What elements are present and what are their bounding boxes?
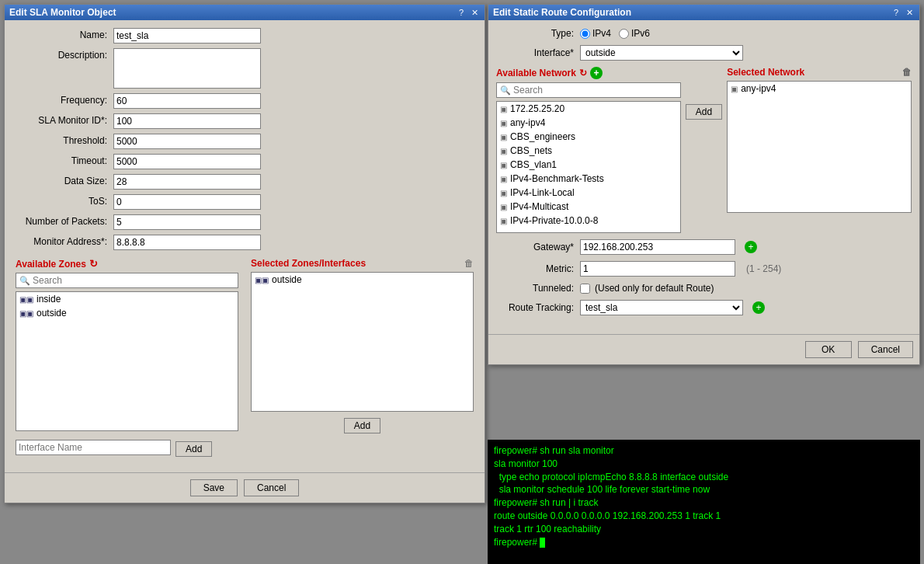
numpackets-row: Number of Packets: (12, 214, 477, 230)
network-add-button[interactable]: Add (686, 104, 722, 120)
save-button[interactable]: Save (190, 479, 238, 496)
net-label-7: IPv4-Multicast (510, 201, 568, 212)
zones-add-button[interactable]: Add (344, 418, 380, 433)
selected-network-trash-icon[interactable]: 🗑 (902, 67, 912, 78)
selected-network-title-row: Selected Network 🗑 (727, 67, 912, 78)
ipv4-radio-label[interactable]: IPv4 (580, 28, 611, 39)
threshold-row: Threshold: (12, 134, 477, 149)
net-label-2: CBS_engineers (510, 131, 575, 142)
sla-dialog-actions: ? ✕ (457, 8, 480, 18)
selected-zones-trash-icon[interactable]: 🗑 (464, 258, 474, 269)
sla-help-button[interactable]: ? (457, 8, 465, 18)
network-search-icon: 🔍 (500, 85, 511, 96)
sr-dialog-title: Edit Static Route Configuration (493, 7, 631, 18)
net-item-7[interactable]: ▣ IPv4-Multicast (497, 200, 680, 214)
gateway-input[interactable] (580, 239, 735, 255)
net-item-6[interactable]: ▣ IPv4-Link-Local (497, 186, 680, 200)
net-item-4[interactable]: ▣ CBS_vlan1 (497, 158, 680, 172)
route-tracking-select[interactable]: test_sla (580, 300, 743, 315)
net-icon-0: ▣ (500, 105, 507, 113)
terminal-panel: firepower# sh run sla monitor sla monito… (488, 440, 920, 564)
net-item-0[interactable]: ▣ 172.25.25.20 (497, 102, 680, 116)
sr-help-button[interactable]: ? (892, 8, 900, 18)
ipv6-label: IPv6 (631, 28, 650, 39)
frequency-input[interactable] (113, 93, 261, 109)
interface-select[interactable]: outside (580, 45, 743, 61)
sla-id-label: SLA Monitor ID*: (12, 113, 113, 126)
gateway-label: Gateway* (496, 242, 574, 252)
threshold-input[interactable] (113, 134, 261, 149)
sr-close-button[interactable]: ✕ (905, 8, 915, 18)
zone-outside-label: outside (36, 308, 67, 319)
route-tracking-plus-icon[interactable]: + (752, 301, 765, 314)
tunneled-checkbox[interactable] (580, 284, 590, 294)
selected-zone-outside[interactable]: ▣▣ outside (252, 273, 473, 287)
zone-item-inside[interactable]: ▣▣ inside (16, 292, 238, 306)
net-label-6: IPv4-Link-Local (510, 187, 575, 198)
network-add-icon[interactable]: + (590, 67, 603, 79)
name-input[interactable] (113, 28, 261, 44)
selected-zones-title: Selected Zones/Interfaces (251, 258, 366, 269)
net-item-3[interactable]: ▣ CBS_nets (497, 144, 680, 158)
tunneled-label: Tunneled: (496, 283, 574, 294)
numpackets-input[interactable] (113, 214, 261, 230)
net-item-2[interactable]: ▣ CBS_engineers (497, 130, 680, 144)
sla-dialog-footer: Save Cancel (5, 472, 485, 503)
gateway-plus-icon[interactable]: + (745, 241, 757, 253)
monitoraddress-input[interactable] (113, 235, 261, 250)
net-icon-6: ▣ (500, 189, 507, 197)
selected-zone-outside-label: outside (272, 274, 302, 285)
sr-dialog-actions: ? ✕ (892, 8, 915, 18)
zone-outside-icon: ▣▣ (19, 309, 33, 318)
zone-item-outside[interactable]: ▣▣ outside (16, 306, 238, 320)
interface-name-input[interactable] (16, 440, 171, 455)
available-zones-refresh-icon[interactable]: ↻ (89, 258, 98, 270)
net-item-5[interactable]: ▣ IPv4-Benchmark-Tests (497, 172, 680, 186)
sla-dialog-title: Edit SLA Monitor Object (9, 7, 116, 18)
metric-input[interactable] (580, 261, 735, 277)
tos-row: ToS: (12, 194, 477, 210)
sla-id-input[interactable] (113, 113, 261, 129)
ok-button[interactable]: OK (805, 341, 852, 358)
cancel-button[interactable]: Cancel (244, 479, 299, 496)
gateway-row: Gateway* + (496, 239, 912, 255)
selected-net-item-0[interactable]: ▣ any-ipv4 (728, 82, 911, 96)
ipv6-radio-label[interactable]: IPv6 (619, 28, 650, 39)
net-item-1[interactable]: ▣ any-ipv4 (497, 116, 680, 130)
net-item-8[interactable]: ▣ IPv4-Private-10.0.0-8 (497, 214, 680, 228)
timeout-input[interactable] (113, 154, 261, 169)
sla-close-button[interactable]: ✕ (470, 8, 480, 18)
network-search-box[interactable]: 🔍 (496, 82, 681, 98)
available-zones-search-input[interactable] (33, 275, 234, 286)
sla-dialog-content: Name: Description: Frequency: SLA Monito… (5, 20, 485, 469)
description-input[interactable] (113, 48, 261, 89)
tos-input[interactable] (113, 194, 261, 210)
available-network-panel: Available Network ↻ + 🔍 ▣ 172.25.25.20 ▣ (496, 67, 681, 233)
datasize-input[interactable] (113, 174, 261, 190)
sr-cancel-button[interactable]: Cancel (858, 341, 913, 358)
sla-monitor-dialog: Edit SLA Monitor Object ? ✕ Name: Descri… (4, 4, 485, 503)
ipv4-radio[interactable] (580, 29, 590, 39)
selected-zones-panel: Selected Zones/Interfaces 🗑 ▣▣ outside A… (251, 258, 474, 433)
network-search-input[interactable] (513, 85, 677, 96)
terminal-line-2: type echo protocol ipIcmpEcho 8.8.8.8 in… (494, 471, 914, 484)
terminal-cursor (540, 538, 545, 548)
monitoraddress-row: Monitor Address*: (12, 235, 477, 250)
description-label: Description: (12, 48, 113, 61)
timeout-label: Timeout: (12, 154, 113, 166)
net-icon-7: ▣ (500, 203, 507, 211)
terminal-line-5: route outside 0.0.0.0 0.0.0.0 192.168.20… (494, 510, 914, 523)
available-zones-search-box[interactable]: 🔍 (16, 273, 238, 288)
datasize-row: Data Size: (12, 174, 477, 190)
net-icon-8: ▣ (500, 217, 507, 225)
terminal-line-3: sla monitor schedule 100 life forever st… (494, 483, 914, 496)
interface-label: Interface* (496, 47, 574, 58)
net-icon-1: ▣ (500, 119, 507, 127)
interface-add-button[interactable]: Add (175, 441, 212, 457)
terminal-line-0: firepower# sh run sla monitor (494, 444, 914, 458)
metric-label: Metric: (496, 263, 574, 274)
network-refresh-icon[interactable]: ↻ (579, 68, 587, 78)
ipv6-radio[interactable] (619, 29, 629, 39)
selected-net-label-0: any-ipv4 (741, 83, 776, 94)
net-label-5: IPv4-Benchmark-Tests (510, 173, 604, 184)
